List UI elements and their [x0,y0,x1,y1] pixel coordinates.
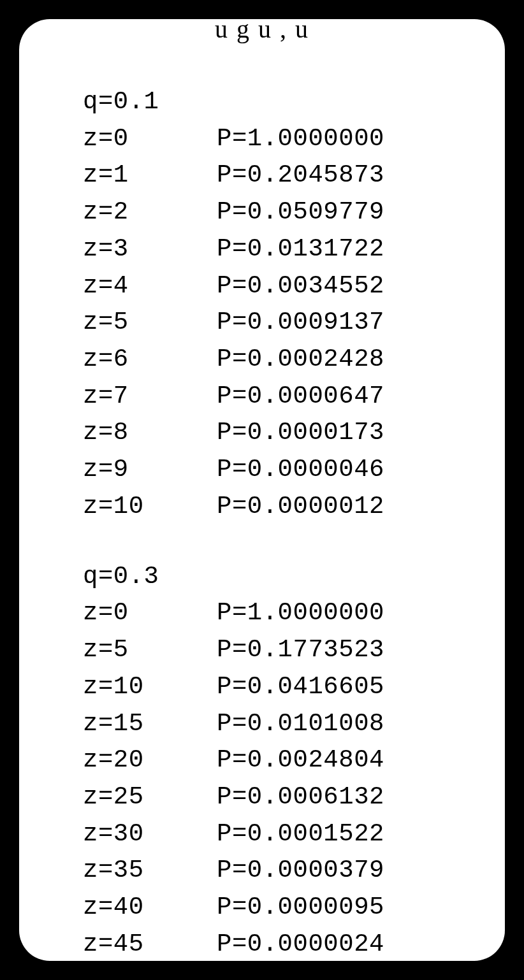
p-value: P=0.0000012 [217,489,384,526]
p-value: P=0.0000006 [217,963,384,980]
z-value: z=10 [83,669,217,706]
table-row: z=9P=0.0000046 [83,452,505,489]
table-row: z=1P=0.2045873 [83,157,505,194]
z-value: z=9 [83,452,217,489]
p-value: P=0.2045873 [217,157,384,194]
table-row: z=10P=0.0000012 [83,489,505,526]
z-value: z=0 [83,121,217,158]
p-value: P=0.0000173 [217,415,384,452]
z-value: z=15 [83,706,217,743]
table-row: z=50P=0.0000006 [83,963,505,980]
p-value: P=0.0416605 [217,669,384,706]
p-value: P=0.0001522 [217,816,384,853]
z-value: z=35 [83,853,217,890]
p-value: P=0.0006132 [217,779,384,816]
table-row: z=3P=0.0131722 [83,231,505,268]
p-value: P=0.0000379 [217,853,384,890]
p-value: P=0.0131722 [217,231,384,268]
p-value: P=0.0034552 [217,268,384,305]
p-value: P=0.1773523 [217,632,384,669]
table-row: z=30P=0.0001522 [83,816,505,853]
p-value: P=0.0509779 [217,194,384,231]
table-row: z=15P=0.0101008 [83,706,505,743]
table-row: z=40P=0.0000095 [83,890,505,926]
z-value: z=40 [83,890,217,926]
table-row: z=35P=0.0000379 [83,853,505,890]
result-block-q01: q=0.1 z=0P=1.0000000 z=1P=0.2045873 z=2P… [83,84,505,526]
z-value: z=1 [83,157,217,194]
table-row: z=6P=0.0002428 [83,342,505,378]
cropped-header-text: u g u , u [19,10,505,48]
table-row: z=20P=0.0024804 [83,742,505,779]
p-value: P=0.0000095 [217,890,384,926]
z-value: z=3 [83,231,217,268]
table-row: z=8P=0.0000173 [83,415,505,452]
z-value: z=50 [83,963,217,980]
table-row: z=5P=0.1773523 [83,632,505,669]
z-value: z=30 [83,816,217,853]
p-value: P=1.0000000 [217,121,384,158]
table-row: z=7P=0.0000647 [83,378,505,415]
table-row: z=10P=0.0416605 [83,669,505,706]
p-value: P=0.0000024 [217,926,384,963]
p-value: P=0.0002428 [217,342,384,378]
z-value: z=5 [83,632,217,669]
p-value: P=1.0000000 [217,595,384,632]
table-row: z=0P=1.0000000 [83,121,505,158]
table-row: z=0P=1.0000000 [83,595,505,632]
z-value: z=6 [83,342,217,378]
p-value: P=0.0000046 [217,452,384,489]
table-row: z=4P=0.0034552 [83,268,505,305]
table-row: z=5P=0.0009137 [83,305,505,342]
q-value-label: q=0.1 [83,84,505,121]
z-value: z=5 [83,305,217,342]
z-value: z=2 [83,194,217,231]
p-value: P=0.0101008 [217,706,384,743]
z-value: z=20 [83,742,217,779]
z-value: z=45 [83,926,217,963]
z-value: z=7 [83,378,217,415]
z-value: z=25 [83,779,217,816]
table-row: z=45P=0.0000024 [83,926,505,963]
z-value: z=10 [83,489,217,526]
z-value: z=4 [83,268,217,305]
p-value: P=0.0000647 [217,378,384,415]
z-value: z=8 [83,415,217,452]
z-value: z=0 [83,595,217,632]
p-value: P=0.0024804 [217,742,384,779]
document-page: u g u , u q=0.1 z=0P=1.0000000 z=1P=0.20… [19,19,505,961]
table-row: z=25P=0.0006132 [83,779,505,816]
p-value: P=0.0009137 [217,305,384,342]
table-row: z=2P=0.0509779 [83,194,505,231]
result-block-q03: q=0.3 z=0P=1.0000000 z=5P=0.1773523 z=10… [83,559,505,980]
q-value-label: q=0.3 [83,559,505,596]
